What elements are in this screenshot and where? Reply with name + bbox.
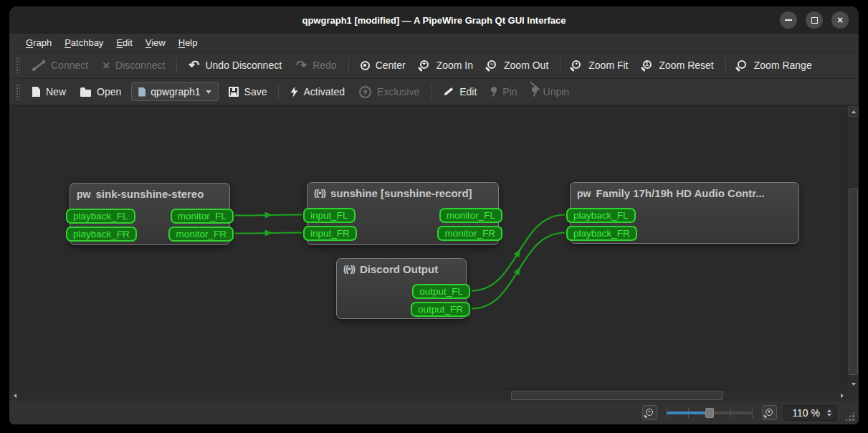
- scroll-up-button[interactable]: [848, 106, 859, 117]
- link-arrow-icon: [514, 265, 523, 275]
- graph-canvas[interactable]: pwsink-sunshine-stereoplayback_FLplaybac…: [10, 107, 846, 389]
- zoom-percent-value: 110 %: [792, 407, 820, 419]
- port-output_FR[interactable]: output_FR: [411, 302, 470, 317]
- center-icon: [361, 61, 370, 70]
- bolt-icon: [363, 88, 368, 95]
- save-button[interactable]: Save: [221, 82, 275, 101]
- exclusive-toggle[interactable]: Exclusive: [352, 82, 426, 102]
- horizontal-scrollbar[interactable]: [9, 389, 847, 401]
- graph-node-sink-sunshine-stereo[interactable]: pwsink-sunshine-stereoplayback_FLplaybac…: [70, 183, 230, 245]
- new-button[interactable]: New: [25, 82, 73, 101]
- spin-down-button[interactable]: [827, 414, 831, 417]
- menu-graph-rest: raph: [33, 37, 52, 48]
- redo-button[interactable]: ↷ Redo: [289, 55, 344, 75]
- scroll-left-button[interactable]: [9, 390, 20, 401]
- activated-toggle[interactable]: Activated: [283, 82, 352, 101]
- node-title: Family 17h/19h HD Audio Contr...: [596, 187, 764, 199]
- zoom-fit-label: Zoom Fit: [588, 60, 628, 71]
- disconnect-button[interactable]: × Disconnect: [95, 56, 172, 75]
- close-icon: ×: [837, 15, 843, 25]
- spin-up-button[interactable]: [827, 409, 831, 412]
- zoom-out-label: Zoom Out: [504, 60, 548, 71]
- statusbar: − + 110 %: [9, 401, 859, 424]
- menu-view-rest: iew: [151, 37, 166, 48]
- link-arrow-icon: [264, 229, 272, 236]
- audio-device-icon: ((•)): [343, 265, 355, 274]
- graph-node-family-hd-audio[interactable]: pwFamily 17h/19h HD Audio Contr...playba…: [570, 182, 799, 244]
- maximize-button[interactable]: [806, 11, 823, 29]
- port-playback_FL[interactable]: playback_FL: [66, 209, 135, 224]
- pin-button[interactable]: Pin: [484, 82, 524, 101]
- minimize-icon: [785, 19, 792, 21]
- arrow-left-icon: [14, 394, 16, 398]
- zoom-percent-spinbox[interactable]: 110 %: [783, 405, 837, 421]
- port-monitor_FR[interactable]: monitor_FR: [168, 227, 234, 242]
- node-title: sunshine [sunshine-record]: [330, 187, 472, 199]
- bolt-icon: [290, 87, 297, 97]
- port-playback_FL[interactable]: playback_FL: [566, 208, 636, 223]
- slider-handle[interactable]: [705, 408, 714, 418]
- graph-node-discord-output[interactable]: ((•))Discord Outputoutput_FLoutput_FR: [336, 258, 467, 319]
- horizontal-scroll-thumb[interactable]: [511, 391, 723, 400]
- toolbar-drag-handle[interactable]: [16, 84, 20, 100]
- toolbar-separator: [348, 57, 349, 73]
- menu-graph[interactable]: Graph: [19, 35, 58, 50]
- slider-fill: [667, 411, 710, 414]
- statusbar-zoom-in-button[interactable]: +: [762, 405, 777, 420]
- open-folder-icon: [80, 90, 91, 97]
- center-button[interactable]: Center: [353, 56, 413, 75]
- zoom-reset-button[interactable]: 1 Zoom Reset: [636, 56, 721, 75]
- toolbar-drag-handle[interactable]: [16, 57, 20, 73]
- menu-edit[interactable]: Edit: [110, 35, 138, 50]
- zoom-reset-label: Zoom Reset: [659, 60, 714, 71]
- scroll-down-button[interactable]: [848, 379, 859, 389]
- port-input_FL[interactable]: input_FL: [303, 208, 356, 223]
- patchbay-file-icon: [138, 87, 146, 97]
- zoom-out-button[interactable]: − Zoom Out: [480, 56, 555, 75]
- toolbar-separator: [560, 57, 561, 73]
- zoom-slider[interactable]: [667, 406, 753, 419]
- zoom-fit-button[interactable]: • Zoom Fit: [565, 56, 635, 75]
- port-playback_FR[interactable]: playback_FR: [566, 226, 637, 241]
- edit-toggle[interactable]: Edit: [436, 82, 484, 101]
- zoom-in-button[interactable]: + Zoom In: [413, 56, 480, 75]
- pipewire-icon: pw: [77, 189, 90, 199]
- unpin-icon: [532, 87, 538, 92]
- graph-node-sunshine[interactable]: ((•))sunshine [sunshine-record]input_FLi…: [307, 182, 499, 245]
- undo-disconnect-button[interactable]: ↶ Undo Disconnect: [181, 55, 289, 75]
- open-label: Open: [97, 86, 121, 97]
- close-button[interactable]: ×: [831, 11, 849, 29]
- patchbay-select[interactable]: qpwgraph1: [131, 82, 218, 101]
- port-output_FL[interactable]: output_FL: [412, 284, 470, 299]
- new-file-icon: [32, 87, 40, 97]
- scroll-right-button[interactable]: [836, 390, 847, 401]
- port-monitor_FR[interactable]: monitor_FR: [437, 226, 502, 241]
- maximize-icon: [811, 17, 818, 24]
- node-title: Discord Output: [360, 263, 438, 275]
- port-monitor_FL[interactable]: monitor_FL: [171, 209, 234, 224]
- port-playback_FR[interactable]: playback_FR: [66, 227, 137, 242]
- titlebar[interactable]: qpwgraph1 [modified] — A PipeWire Graph …: [9, 6, 859, 34]
- patchbay-toolbar: New Open qpwgraph1 Save Activated Exclus…: [9, 79, 859, 105]
- port-input_FR[interactable]: input_FR: [303, 226, 357, 241]
- menu-edit-rest: dit: [123, 37, 133, 48]
- menu-patchbay[interactable]: Patchbay: [58, 35, 110, 50]
- vertical-scrollbar[interactable]: [847, 106, 859, 389]
- port-monitor_FL[interactable]: monitor_FL: [439, 208, 502, 223]
- zoom-range-button[interactable]: Zoom Range: [730, 56, 819, 75]
- menu-help[interactable]: Help: [172, 35, 204, 50]
- menubar: Graph Patchbay Edit View Help: [9, 34, 859, 52]
- unpin-button[interactable]: Unpin: [525, 82, 577, 101]
- zoom-range-label: Zoom Range: [754, 60, 812, 71]
- disconnect-label: Disconnect: [115, 60, 165, 71]
- toolbar-separator: [725, 57, 726, 73]
- node-header: ((•))Discord Output: [337, 259, 466, 277]
- statusbar-zoom-out-button[interactable]: −: [642, 405, 657, 420]
- vertical-scroll-thumb[interactable]: [849, 189, 858, 375]
- resize-grip-icon[interactable]: [844, 411, 855, 422]
- connect-button[interactable]: Connect: [25, 56, 95, 75]
- minimize-button[interactable]: [780, 11, 797, 29]
- magnifier-fit-icon: •: [572, 60, 581, 69]
- open-button[interactable]: Open: [73, 82, 128, 101]
- menu-view[interactable]: View: [139, 35, 172, 50]
